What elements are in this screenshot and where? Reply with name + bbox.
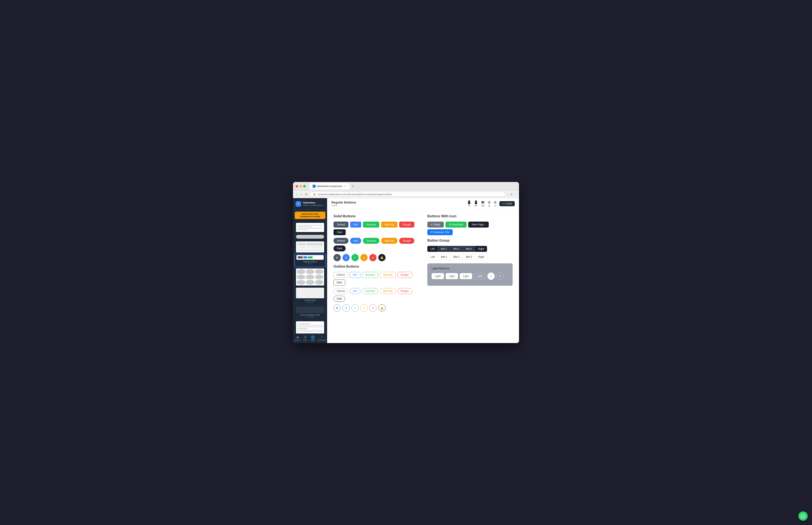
viewport-xs[interactable]: 📱 xs xyxy=(467,200,471,207)
light-circle-warning-button[interactable]: ⚠ xyxy=(496,272,504,280)
group-mid3-button[interactable]: Mid 3 xyxy=(463,246,475,252)
back-icon: ◀ xyxy=(296,335,299,339)
next-page-label: Next Page xyxy=(472,223,484,226)
maximize-button[interactable] xyxy=(303,185,306,188)
group-right-button[interactable]: Right xyxy=(475,246,487,252)
sidebar-chrome-mac-label: Chrome Mac xyxy=(297,299,323,301)
outline-warning-button[interactable]: Warning xyxy=(380,272,395,278)
group-outline-mid1-button[interactable]: Mid 1 xyxy=(438,254,450,260)
solid-default-button[interactable]: Default xyxy=(334,222,348,228)
outline-info-pill-button[interactable]: Info xyxy=(350,288,360,294)
content-body: Solid Buttons Default Info Success Warni… xyxy=(327,209,519,319)
new-tab-button[interactable]: + xyxy=(352,184,354,188)
solid-danger-button[interactable]: Danger xyxy=(399,222,414,228)
light-button-3[interactable]: Light xyxy=(460,273,472,279)
code-button[interactable]: <> CODE xyxy=(499,201,515,206)
viewport-sm[interactable]: 📱 sm xyxy=(474,200,478,207)
minimize-button[interactable] xyxy=(300,185,302,188)
reload-button[interactable]: ↻ xyxy=(304,192,308,196)
outline-default-pill-button[interactable]: Default xyxy=(334,288,348,294)
outline-info-button[interactable]: Info xyxy=(350,272,360,278)
facebook-button[interactable]: f Facebook 3.5k xyxy=(427,229,453,235)
sidebar-item-chrome-mac[interactable]: Chrome Mac flex layout xyxy=(294,287,326,305)
github-icon: ⑂ xyxy=(321,335,323,339)
outline-circle-info-button[interactable]: ℹ xyxy=(343,304,350,312)
outline-circle-close-button[interactable]: ✕ xyxy=(369,304,377,312)
extensions-icon[interactable]: ⊞ xyxy=(510,193,512,196)
viewport-md[interactable]: 💻 md xyxy=(481,200,485,207)
outline-dark-pill-button[interactable]: Dark xyxy=(334,296,345,302)
sidebar-web-button[interactable]: 🌐 WEB xyxy=(310,335,315,341)
outline-circle-bell-button[interactable]: 🔔 xyxy=(378,304,386,312)
solid-warning-button[interactable]: Warning xyxy=(381,222,397,228)
solid-circle-close-button[interactable]: ✕ xyxy=(369,254,377,261)
sidebar-toc-button[interactable]: ☰ TOC xyxy=(303,335,307,341)
group-outline-mid2-button[interactable]: Mid 2 xyxy=(450,254,463,260)
solid-default-pill-button[interactable]: Default xyxy=(334,238,348,244)
light-circle-check-button[interactable]: ✓ xyxy=(488,272,495,280)
close-button[interactable] xyxy=(295,185,298,188)
solid-circle-bell-button[interactable]: 🔔 xyxy=(378,254,386,261)
group-mid2-button[interactable]: Mid 2 xyxy=(450,246,462,252)
group-outline-right-button[interactable]: Right xyxy=(475,254,488,260)
solid-dark-pill-button[interactable]: Dark xyxy=(334,245,346,252)
sidebar-item-form[interactable]: Form Input Text form xyxy=(294,320,326,333)
whatsapp-fab[interactable] xyxy=(798,511,808,521)
reply-button[interactable]: ↩ Reply xyxy=(427,222,444,228)
button-group-title: Button Group xyxy=(427,239,512,242)
group-outline-left-button[interactable]: Left xyxy=(427,254,438,260)
solid-circle-info-button[interactable]: ℹ xyxy=(343,254,350,261)
group-mid1-button[interactable]: Mid 1 xyxy=(437,246,450,252)
sidebar-promo[interactable]: early access, more component is coming xyxy=(295,212,325,219)
outline-dark-button[interactable]: Dark xyxy=(334,280,345,286)
sidebar-back-button[interactable]: ◀ BACK xyxy=(295,335,300,341)
outline-danger-pill-button[interactable]: Danger xyxy=(397,288,412,294)
solid-circle-warning-button[interactable]: ⚠ xyxy=(360,254,368,261)
solid-danger-pill-button[interactable]: Danger xyxy=(399,238,414,244)
solid-success-button[interactable]: Success xyxy=(363,222,379,228)
solid-success-pill-button[interactable]: Success xyxy=(363,238,379,244)
sidebar-chrome-mac-sub: flex layout xyxy=(297,301,323,303)
group-outline-mid3-button[interactable]: Mid 3 xyxy=(463,254,475,260)
sidebar-item-regular-buttons[interactable]: Regular buttons button xyxy=(294,254,326,267)
outline-danger-button[interactable]: Danger xyxy=(397,272,412,278)
light-outline-button[interactable]: Light xyxy=(474,273,486,279)
sidebar-item-grid[interactable] xyxy=(294,268,326,286)
solid-circle-gear-button[interactable]: ⚙ xyxy=(334,254,341,261)
viewport-sm-label: sm xyxy=(475,205,477,207)
download-button[interactable]: ⬇ Download xyxy=(446,222,467,228)
light-button-1[interactable]: Light xyxy=(432,273,444,279)
sidebar-item-bar[interactable] xyxy=(294,233,326,240)
browser-tab[interactable]: T tailwindow-component ✕ xyxy=(310,183,349,190)
solid-dark-button[interactable]: Dark xyxy=(334,229,346,235)
sidebar-github-button[interactable]: ⑂ GITHUB xyxy=(318,335,325,341)
outline-circle-warning-button[interactable]: ⚠ xyxy=(360,304,368,312)
viewport-xl[interactable]: 🖥 xl xyxy=(493,200,497,207)
tab-close-button[interactable]: ✕ xyxy=(344,185,347,188)
outline-circle-check-button[interactable]: ✓ xyxy=(351,304,359,312)
outline-circle-gear-button[interactable]: ⚙ xyxy=(334,304,341,312)
url-bar[interactable]: 🔒 component.tailwindow.com/collection/ta… xyxy=(310,192,505,197)
forward-nav-button[interactable]: › xyxy=(300,192,303,196)
light-button-2[interactable]: Light xyxy=(446,273,458,279)
solid-warning-pill-button[interactable]: Warning xyxy=(381,238,397,244)
download-icon: ⬇ xyxy=(449,223,451,226)
sidebar-item-chrome-dark[interactable]: Chrome Windows Dark flex layout xyxy=(294,306,326,320)
tab-title: tailwindow-component xyxy=(317,185,342,188)
sidebar-item-lines[interactable] xyxy=(294,222,326,233)
back-nav-button[interactable]: ‹ xyxy=(295,192,298,196)
solid-info-button[interactable]: Info xyxy=(350,222,361,228)
solid-circle-check-button[interactable]: ✓ xyxy=(351,254,359,261)
star-icon[interactable]: ☆ xyxy=(507,193,509,196)
next-page-button[interactable]: Next Page › xyxy=(468,222,489,228)
group-left-button[interactable]: Left xyxy=(427,246,437,252)
menu-icon[interactable]: ⋮ xyxy=(514,193,517,196)
outline-default-button[interactable]: Default xyxy=(334,272,348,278)
outline-success-pill-button[interactable]: Success xyxy=(362,288,378,294)
viewport-lg[interactable]: 🖥 lg xyxy=(488,200,491,207)
outline-buttons-row1: Default Info Success Warning Danger Dark xyxy=(334,272,419,286)
outline-success-button[interactable]: Success xyxy=(362,272,378,278)
sidebar-item-table[interactable] xyxy=(294,241,326,253)
outline-warning-pill-button[interactable]: Warning xyxy=(380,288,395,294)
solid-info-pill-button[interactable]: Info xyxy=(350,238,361,244)
